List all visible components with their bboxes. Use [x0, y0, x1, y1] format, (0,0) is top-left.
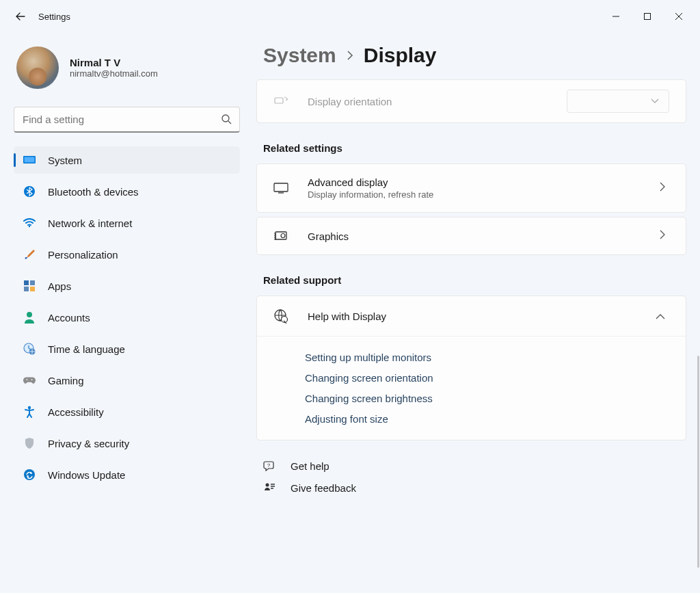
svg-point-13	[27, 379, 28, 380]
scrollbar[interactable]	[697, 356, 699, 568]
svg-point-14	[31, 379, 33, 380]
sidebar-item-label: Privacy & security	[48, 438, 129, 449]
user-name-label: Nirmal T V	[70, 57, 158, 68]
breadcrumb-parent[interactable]: System	[263, 44, 336, 67]
orientation-dropdown[interactable]	[567, 90, 669, 113]
sidebar-item-personalization[interactable]: Personalization	[14, 241, 240, 268]
monitor-icon	[273, 183, 288, 194]
search-input[interactable]	[14, 107, 240, 133]
page-title: Display	[364, 44, 437, 67]
svg-text:?: ?	[267, 462, 271, 469]
sidebar-item-label: Accounts	[48, 312, 90, 324]
system-icon	[23, 154, 36, 166]
graphics-row[interactable]: Graphics	[256, 217, 686, 255]
user-email-label: nirmaltv@hotmail.com	[70, 68, 158, 79]
help-link-screen-orientation[interactable]: Changing screen orientation	[305, 372, 669, 384]
advanced-display-row[interactable]: Advanced display Display information, re…	[256, 163, 686, 213]
help-link-screen-brightness[interactable]: Changing screen brightness	[305, 393, 669, 404]
help-globe-icon	[273, 308, 288, 324]
help-link-multiple-monitors[interactable]: Setting up multiple monitors	[305, 352, 669, 363]
close-icon	[675, 13, 682, 20]
orientation-row[interactable]: Display orientation	[256, 79, 686, 123]
orientation-icon	[273, 96, 288, 107]
user-card[interactable]: Nirmal T V nirmaltv@hotmail.com	[14, 41, 240, 103]
give-feedback-link[interactable]: Give feedback	[263, 482, 686, 494]
sidebar-item-label: Windows Update	[48, 469, 125, 481]
svg-point-1	[222, 115, 229, 122]
svg-rect-9	[30, 287, 35, 291]
svg-rect-6	[24, 280, 29, 285]
sidebar-item-update[interactable]: Windows Update	[14, 461, 240, 488]
sidebar-item-label: Personalization	[48, 249, 118, 261]
wifi-icon	[23, 217, 36, 229]
sidebar-item-time-language[interactable]: Time & language	[14, 335, 240, 363]
sidebar-item-label: Time & language	[48, 343, 125, 355]
chevron-down-icon	[651, 98, 659, 104]
svg-point-24	[266, 484, 269, 487]
minimize-button[interactable]	[600, 5, 632, 27]
help-link-font-size[interactable]: Adjusting font size	[305, 413, 669, 425]
footer-links: ? Get help Give feedback	[263, 460, 686, 514]
sidebar-item-label: Bluetooth & devices	[48, 186, 139, 198]
search-icon	[221, 114, 232, 127]
gamepad-icon	[23, 374, 36, 386]
give-feedback-label: Give feedback	[291, 482, 356, 494]
sidebar-item-system[interactable]: System	[14, 146, 240, 174]
update-icon	[23, 469, 36, 481]
get-help-link[interactable]: ? Get help	[263, 460, 686, 472]
row-title: Display orientation	[308, 96, 567, 107]
breadcrumb: System Display	[256, 44, 686, 67]
chevron-right-icon	[346, 48, 354, 64]
arrow-left-icon	[15, 11, 26, 22]
person-icon	[23, 311, 36, 324]
accessibility-icon	[23, 406, 36, 418]
sidebar: Nirmal T V nirmaltv@hotmail.com System B…	[0, 33, 250, 593]
sidebar-item-network[interactable]: Network & internet	[14, 209, 240, 237]
sidebar-item-privacy[interactable]: Privacy & security	[14, 430, 240, 457]
gpu-icon	[273, 230, 288, 242]
sidebar-item-label: Gaming	[48, 375, 84, 386]
app-title: Settings	[38, 12, 70, 22]
chevron-up-icon	[656, 310, 669, 322]
close-button[interactable]	[663, 5, 695, 27]
sidebar-item-accounts[interactable]: Accounts	[14, 304, 240, 331]
feedback-icon	[263, 482, 275, 494]
help-card: Help with Display Setting up multiple mo…	[256, 295, 686, 440]
shield-icon	[23, 437, 36, 449]
chevron-right-icon	[660, 182, 669, 194]
search-container	[14, 107, 240, 133]
brush-icon	[23, 248, 36, 261]
svg-point-5	[29, 226, 30, 227]
maximize-icon	[644, 13, 651, 20]
svg-rect-3	[25, 157, 35, 163]
get-help-label: Get help	[291, 460, 329, 472]
sidebar-item-bluetooth[interactable]: Bluetooth & devices	[14, 178, 240, 205]
svg-rect-0	[645, 14, 651, 20]
row-title: Graphics	[308, 230, 660, 242]
clock-globe-icon	[23, 343, 36, 355]
back-button[interactable]	[14, 10, 27, 23]
svg-point-20	[281, 234, 285, 238]
titlebar: Settings	[0, 0, 700, 33]
svg-rect-18	[274, 183, 288, 192]
help-header-row[interactable]: Help with Display	[257, 296, 686, 336]
chevron-right-icon	[660, 230, 669, 242]
bluetooth-icon	[23, 185, 36, 198]
help-icon: ?	[263, 460, 275, 472]
svg-point-10	[27, 312, 32, 317]
section-title-related-settings: Related settings	[263, 142, 686, 154]
section-title-related-support: Related support	[263, 274, 686, 286]
minimize-icon	[612, 13, 619, 20]
svg-point-15	[28, 406, 31, 409]
sidebar-item-gaming[interactable]: Gaming	[14, 367, 240, 394]
avatar	[16, 47, 59, 89]
help-header-title: Help with Display	[308, 311, 656, 322]
maximize-button[interactable]	[632, 5, 663, 27]
sidebar-item-accessibility[interactable]: Accessibility	[14, 398, 240, 425]
sidebar-item-apps[interactable]: Apps	[14, 272, 240, 300]
nav: System Bluetooth & devices Network & int…	[14, 146, 240, 492]
row-title: Advanced display	[308, 176, 660, 188]
sidebar-item-label: Network & internet	[48, 218, 132, 229]
row-subtitle: Display information, refresh rate	[308, 189, 660, 200]
sidebar-item-label: Accessibility	[48, 406, 104, 418]
